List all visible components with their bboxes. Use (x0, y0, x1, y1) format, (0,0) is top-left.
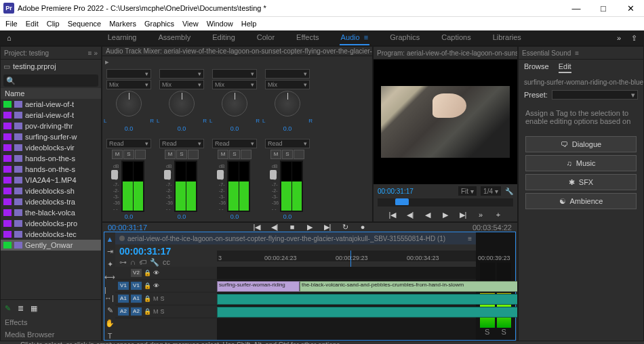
tag-music[interactable]: ♫Music (525, 155, 637, 171)
transport-button[interactable]: ● (357, 223, 368, 232)
source-tc-left[interactable]: 00:00:31:17 (108, 223, 147, 232)
track-lane[interactable] (217, 305, 476, 318)
program-scrub-bar[interactable] (378, 198, 513, 207)
project-item[interactable]: pov-driving-thr (1, 121, 101, 131)
window-maximize[interactable]: □ (590, 3, 617, 14)
fader-handle[interactable] (164, 170, 171, 179)
mixer-mix-dropdown[interactable]: Mix▾ (212, 80, 257, 89)
marker-icon[interactable]: 🏷 (139, 258, 146, 267)
preset-dropdown[interactable]: ▾ (552, 90, 638, 100)
sequence-timecode[interactable]: 00:00:31:17 (115, 244, 217, 258)
channel-btn-rec[interactable] (294, 150, 304, 159)
mixer-mix-dropdown[interactable]: Mix▾ (106, 80, 151, 89)
menu-markers[interactable]: Markers (106, 19, 140, 28)
menu-window[interactable]: Window (203, 19, 237, 28)
track-name[interactable]: A1 (131, 295, 142, 303)
menu-clip[interactable]: Clip (43, 19, 63, 28)
es-tab-browse[interactable]: Browse (524, 62, 549, 73)
transport-button[interactable]: ■ (287, 223, 298, 232)
project-item[interactable]: videoblocks-tra (1, 196, 101, 207)
channel-btn-rec[interactable] (135, 150, 146, 159)
project-item[interactable]: videoblocks-pro (1, 218, 101, 229)
sequence-name[interactable]: aerial-view-of-the-ice-lagoon-on-sunset-… (127, 235, 445, 242)
transport-button[interactable]: ▶| (322, 223, 333, 232)
selection-tool-icon[interactable]: ▲ (106, 235, 114, 243)
track-target[interactable]: A1 (118, 295, 129, 303)
mixer-output-dropdown[interactable]: ▾ (212, 69, 257, 79)
window-minimize[interactable]: — (563, 3, 590, 14)
workspace-color[interactable]: Color (256, 30, 276, 45)
transport-button[interactable]: ◀| (269, 223, 280, 232)
panel-strip-media-browser[interactable]: Media Browser (1, 328, 101, 341)
zoom-dropdown[interactable]: 1/4▾ (481, 186, 501, 196)
eye-icon[interactable]: 👁 (153, 282, 159, 289)
razor-tool-icon[interactable]: ⟷ (104, 273, 115, 282)
mixer-mix-dropdown[interactable]: Mix▾ (265, 80, 310, 89)
workspace-editing[interactable]: Editing (211, 30, 237, 45)
workspace-graphics[interactable]: Graphics (388, 30, 421, 45)
project-item[interactable]: hands-on-the-s (1, 153, 101, 164)
es-tab-edit[interactable]: Edit (559, 62, 571, 73)
transport-button[interactable]: » (475, 211, 486, 219)
solo-button[interactable]: S (161, 308, 165, 315)
solo-left[interactable]: S (480, 328, 495, 336)
transport-button[interactable]: ◀ (422, 211, 433, 219)
channel-btn-M[interactable]: M (270, 150, 281, 159)
tag-dialogue[interactable]: 🗨Dialogue (525, 136, 637, 152)
mute-button[interactable]: M (153, 295, 159, 302)
name-column-header[interactable]: Name (1, 88, 101, 99)
solo-button[interactable]: S (161, 295, 165, 302)
mixer-output-dropdown[interactable]: ▾ (106, 69, 151, 79)
link-icon[interactable]: ∩ (130, 258, 136, 267)
project-item[interactable]: Gently_Onwar (1, 240, 101, 251)
playhead-handle[interactable] (395, 198, 409, 206)
menu-sequence[interactable]: Sequence (64, 19, 105, 28)
transport-button[interactable]: ▶ (304, 223, 315, 232)
fader-handle[interactable] (270, 170, 277, 179)
toggle-icon[interactable]: ▸ (105, 58, 109, 66)
slip-tool-icon[interactable]: |↔| (104, 286, 115, 302)
project-item[interactable]: hands-on-the-s (1, 164, 101, 175)
lock-icon[interactable]: 🔒 (144, 308, 151, 315)
pan-knob[interactable] (116, 91, 142, 116)
transport-button[interactable]: ↻ (340, 223, 350, 232)
timeline-clip[interactable] (217, 307, 518, 318)
workspace-audio[interactable]: Audio ≡ (340, 30, 370, 45)
project-item[interactable]: videoblocks-tec (1, 229, 101, 240)
project-item[interactable]: videoblocks-sh (1, 186, 101, 196)
transport-button[interactable]: ◀| (405, 211, 416, 219)
automation-dropdown[interactable]: Read▾ (212, 139, 257, 148)
list-view-icon[interactable]: ≣ (18, 304, 24, 313)
menu-edit[interactable]: Edit (22, 19, 42, 28)
menu-file[interactable]: File (2, 19, 21, 28)
home-icon[interactable]: ⌂ (7, 34, 12, 42)
workspace-libraries[interactable]: Libraries (491, 30, 523, 45)
channel-btn-M[interactable]: M (165, 150, 176, 159)
automation-dropdown[interactable]: Read▾ (265, 139, 310, 148)
track-name[interactable]: V1 (131, 282, 142, 290)
fader-handle[interactable] (111, 170, 118, 179)
transport-button[interactable]: + (493, 211, 504, 219)
hand-tool-icon[interactable]: ✋ (105, 319, 115, 328)
channel-btn-M[interactable]: M (112, 150, 123, 159)
fit-dropdown[interactable]: Fit▾ (458, 186, 477, 196)
program-timecode[interactable]: 00:00:31:17 (378, 188, 414, 195)
overflow-icon[interactable]: » (617, 34, 621, 42)
lock-icon[interactable]: 🔒 (144, 295, 151, 302)
track-header-V2[interactable]: V2🔒👁 (115, 267, 217, 280)
project-item[interactable]: aerial-view-of-t (1, 110, 101, 121)
pan-knob[interactable] (275, 91, 300, 116)
track-name[interactable]: V2 (131, 269, 142, 277)
track-header-V1[interactable]: V1V1🔒👁 (115, 280, 217, 293)
eye-icon[interactable]: 👁 (153, 270, 159, 276)
track-lane[interactable] (217, 293, 476, 305)
mixer-output-dropdown[interactable]: ▾ (159, 69, 204, 79)
transport-button[interactable]: |◀ (387, 211, 398, 219)
timeline-clip[interactable] (217, 294, 518, 305)
panel-strip-effects[interactable]: Effects (1, 316, 101, 328)
track-lane[interactable] (217, 267, 476, 280)
pen-tool-icon[interactable]: ✎ (107, 306, 113, 315)
solo-right[interactable]: S (497, 328, 512, 336)
workspace-captions[interactable]: Captions (440, 30, 472, 45)
automation-dropdown[interactable]: Read▾ (159, 139, 204, 148)
